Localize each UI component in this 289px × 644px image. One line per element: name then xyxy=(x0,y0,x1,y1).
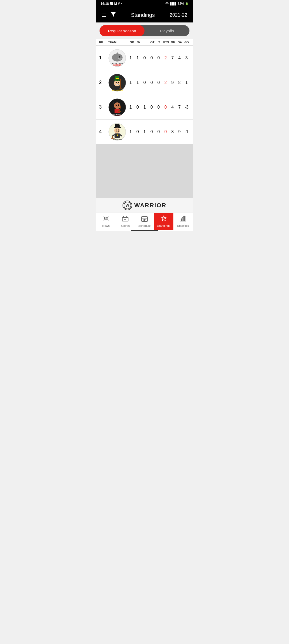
standings-icon xyxy=(160,215,167,223)
bottom-navigation: News 888 Scores xyxy=(96,213,193,230)
team-t-2: 0 xyxy=(155,80,162,85)
team-w-1: 1 xyxy=(134,56,141,60)
team-rank-3: 3 xyxy=(99,104,107,110)
svg-point-13 xyxy=(114,79,121,81)
season-toggle: Regular season Playoffs xyxy=(100,25,189,36)
photo-icon: 🖼 xyxy=(110,2,113,6)
team-rank-1: 1 xyxy=(99,55,107,61)
team-logo-warriors: KOWLOON WARRIORS xyxy=(107,97,127,117)
nav-item-news[interactable]: News xyxy=(96,213,116,230)
team-gf-4: 8 xyxy=(169,129,176,134)
team-pts-1: 2 xyxy=(162,56,169,60)
svg-point-65 xyxy=(144,220,145,221)
team-ga-3: 7 xyxy=(176,105,183,110)
warrior-logo: W WARRIOR xyxy=(123,201,166,210)
home-indicator xyxy=(96,230,193,231)
battery-icon: 🔋 xyxy=(185,2,188,5)
nav-label-statistics: Statistics xyxy=(177,224,189,227)
team-gp-2: 1 xyxy=(127,80,134,85)
svg-point-33 xyxy=(114,128,120,133)
header-w: W xyxy=(135,41,142,44)
nav-item-statistics[interactable]: Statistics xyxy=(173,213,193,230)
table-row[interactable]: 4 xyxy=(96,120,193,144)
schedule-icon xyxy=(141,215,148,223)
svg-point-15 xyxy=(118,82,119,83)
filter-icon[interactable] xyxy=(110,12,116,18)
team-gp-3: 1 xyxy=(127,105,134,110)
hamburger-menu-icon[interactable]: ☰ xyxy=(102,12,107,18)
table-row[interactable]: 3 xyxy=(96,95,193,120)
team-ga-4: 9 xyxy=(176,129,183,134)
header-left: ☰ xyxy=(102,12,116,18)
header-ot: OT xyxy=(149,41,156,44)
scores-icon: 888 xyxy=(122,215,129,223)
signal-icon: ▋▋▋ xyxy=(170,2,177,5)
team-logo-sharks: SOUTH CHINA SHARKS xyxy=(107,48,127,68)
table-row[interactable]: 2 xyxy=(96,70,193,95)
playoffs-button[interactable]: Playoffs xyxy=(144,25,189,36)
battery-display: 82% xyxy=(178,2,184,6)
statistics-icon xyxy=(180,215,187,223)
team-ot-4: 0 xyxy=(148,129,155,134)
svg-text:888: 888 xyxy=(124,219,127,220)
svg-point-14 xyxy=(116,82,117,83)
nav-item-standings[interactable]: Standings xyxy=(154,213,173,230)
svg-rect-68 xyxy=(181,218,182,221)
team-gf-2: 9 xyxy=(169,80,176,85)
warrior-sponsor-bar: W WARRIOR xyxy=(96,198,193,213)
app-header: ☰ Standings 2021-22 xyxy=(96,7,193,22)
svg-point-63 xyxy=(146,219,146,220)
header-ga: GA xyxy=(176,41,183,44)
regular-season-button[interactable]: Regular season xyxy=(100,25,144,36)
team-rank-2: 2 xyxy=(99,80,107,85)
season-year: 2021-22 xyxy=(170,12,187,18)
team-w-3: 0 xyxy=(134,105,141,110)
team-ot-3: 0 xyxy=(148,105,155,110)
wifi-icon xyxy=(165,2,169,6)
team-pts-4: 0 xyxy=(162,129,169,134)
nav-label-news: News xyxy=(102,224,110,227)
nav-label-standings: Standings xyxy=(157,224,170,227)
nav-item-scores[interactable]: 888 Scores xyxy=(116,213,135,230)
svg-point-34 xyxy=(116,129,117,131)
warrior-brand-name: WARRIOR xyxy=(134,202,166,209)
svg-rect-25 xyxy=(115,109,120,113)
team-rank-4: 4 xyxy=(99,129,107,135)
team-gd-3: -3 xyxy=(183,105,190,110)
empty-content-area xyxy=(96,144,193,198)
table-row[interactable]: 1 SOUTH CHINA SHARKS 1 1 0 xyxy=(96,46,193,70)
svg-rect-69 xyxy=(182,217,184,221)
team-t-1: 0 xyxy=(155,56,162,60)
dot-indicator: • xyxy=(121,2,122,6)
header-gf: GF xyxy=(169,41,176,44)
svg-point-3 xyxy=(119,56,120,57)
team-logo-aces: MACAU ACES xyxy=(107,72,127,93)
mail-icon: M xyxy=(114,2,117,6)
time-display: 16:18 xyxy=(101,2,109,6)
team-gd-4: -1 xyxy=(183,129,190,134)
team-ot-2: 0 xyxy=(148,80,155,85)
svg-text:HONG KONG: HONG KONG xyxy=(112,139,122,140)
svg-text:TYCOONS: TYCOONS xyxy=(114,141,120,141)
team-l-1: 0 xyxy=(141,56,148,60)
header-team: TEAM xyxy=(107,41,128,44)
team-ga-2: 8 xyxy=(176,80,183,85)
team-pts-3: 0 xyxy=(162,105,169,110)
svg-point-62 xyxy=(144,219,145,220)
page-title: Standings xyxy=(131,12,155,18)
slack-icon: # xyxy=(118,2,120,6)
team-gf-3: 4 xyxy=(169,105,176,110)
svg-point-35 xyxy=(118,129,119,131)
svg-text:WARRIORS: WARRIORS xyxy=(113,115,121,116)
news-icon xyxy=(102,215,109,223)
header-rank: RK xyxy=(99,41,107,44)
nav-label-schedule: Schedule xyxy=(138,224,151,227)
svg-point-21 xyxy=(114,102,120,109)
header-t: T xyxy=(156,41,163,44)
svg-rect-70 xyxy=(184,216,185,221)
svg-rect-47 xyxy=(104,217,105,219)
team-w-2: 1 xyxy=(134,80,141,85)
standings-table-header: RK TEAM GP W L OT T PTS GF GA GD xyxy=(96,39,193,46)
nav-item-schedule[interactable]: Schedule xyxy=(135,213,154,230)
home-indicator-bar xyxy=(131,230,158,231)
